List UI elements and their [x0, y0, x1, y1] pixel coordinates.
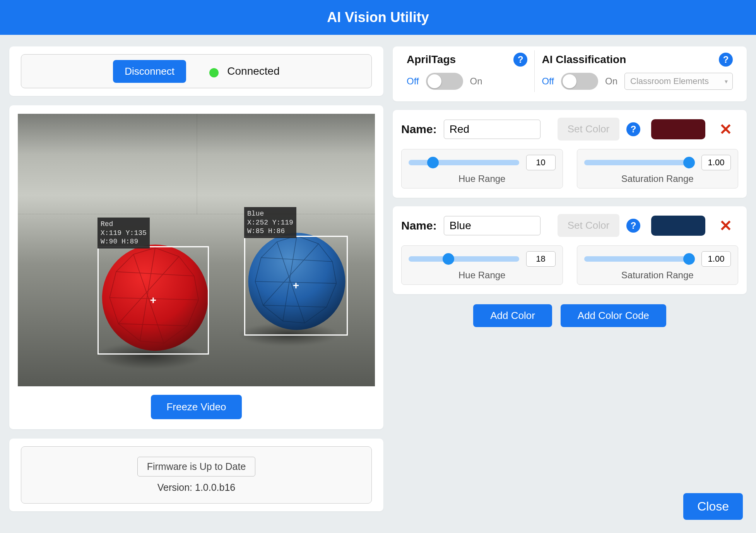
- crosshair-icon: +: [293, 279, 299, 292]
- hue-slider-box: Hue Range: [401, 149, 563, 189]
- set-color-button[interactable]: Set Color: [558, 118, 619, 141]
- saturation-value-input[interactable]: [701, 251, 731, 267]
- help-icon[interactable]: ?: [626, 122, 640, 136]
- help-icon[interactable]: ?: [513, 53, 527, 67]
- connection-status: Connected: [209, 65, 280, 78]
- hue-slider[interactable]: [409, 160, 519, 165]
- name-label: Name:: [401, 123, 437, 136]
- apriltags-on-label: On: [470, 76, 482, 87]
- ai-off-label: Off: [542, 76, 554, 87]
- ai-toggle[interactable]: [561, 73, 598, 90]
- ai-classification-block: AI Classification ? Off On Classroom Ele…: [535, 50, 740, 92]
- ai-model-value: Classroom Elements: [630, 76, 709, 86]
- ai-on-label: On: [605, 76, 617, 87]
- color-swatch[interactable]: [651, 119, 705, 139]
- color-swatch[interactable]: [651, 216, 705, 236]
- firmware-panel: Firmware is Up to Date Version: 1.0.0.b1…: [9, 439, 383, 511]
- hue-value-input[interactable]: [526, 155, 556, 170]
- help-icon[interactable]: ?: [719, 53, 733, 67]
- disconnect-button[interactable]: Disconnect: [113, 60, 186, 83]
- firmware-version: Version: 1.0.0.b16: [157, 482, 236, 493]
- color-card-red: Name: Set Color ? ✕ Hue Range: [393, 110, 747, 198]
- detection-label-red: Red X:119 Y:135 W:90 H:89: [97, 218, 150, 249]
- hue-caption: Hue Range: [409, 173, 556, 184]
- detection-label-blue: Blue X:252 Y:119 W:85 H:86: [244, 207, 296, 238]
- video-feed[interactable]: + Red X:119 Y:135 W:90 H:89 + Blue X:252…: [18, 114, 375, 386]
- saturation-value-input[interactable]: [701, 155, 731, 170]
- add-buttons-row: Add Color Add Color Code: [393, 304, 747, 327]
- add-color-code-button[interactable]: Add Color Code: [561, 304, 666, 327]
- name-label: Name:: [401, 219, 437, 232]
- color-name-input[interactable]: [444, 216, 540, 235]
- saturation-caption: Saturation Range: [584, 173, 731, 184]
- apriltags-title: AprilTags: [407, 53, 456, 66]
- chevron-down-icon: ▾: [725, 78, 728, 85]
- apriltags-block: AprilTags ? Off On: [400, 50, 535, 92]
- close-button[interactable]: Close: [683, 493, 743, 520]
- saturation-caption: Saturation Range: [584, 270, 731, 281]
- apriltags-toggle[interactable]: [426, 73, 463, 90]
- hue-slider-box: Hue Range: [401, 245, 563, 285]
- status-label: Connected: [227, 65, 279, 77]
- firmware-status-button[interactable]: Firmware is Up to Date: [137, 457, 256, 476]
- ai-title: AI Classification: [542, 53, 626, 66]
- apriltags-off-label: Off: [407, 76, 419, 87]
- delete-icon[interactable]: ✕: [719, 120, 732, 138]
- toggles-panel: AprilTags ? Off On AI Classification ? O…: [393, 46, 747, 101]
- set-color-button[interactable]: Set Color: [558, 214, 619, 237]
- ai-model-select[interactable]: Classroom Elements ▾: [624, 73, 733, 90]
- crosshair-icon: +: [150, 294, 156, 307]
- delete-icon[interactable]: ✕: [719, 217, 732, 235]
- app-title: AI Vision Utility: [327, 9, 429, 26]
- color-name-input[interactable]: [444, 120, 540, 139]
- saturation-slider-box: Saturation Range: [577, 149, 739, 189]
- connection-inner: Disconnect Connected: [21, 54, 372, 88]
- hue-slider[interactable]: [409, 256, 519, 262]
- status-dot-icon: [209, 68, 219, 77]
- hue-value-input[interactable]: [526, 251, 556, 267]
- saturation-slider[interactable]: [584, 256, 695, 262]
- saturation-slider-box: Saturation Range: [577, 245, 739, 285]
- video-panel: + Red X:119 Y:135 W:90 H:89 + Blue X:252…: [9, 105, 383, 429]
- freeze-video-button[interactable]: Freeze Video: [151, 395, 241, 419]
- connection-panel: Disconnect Connected: [9, 46, 383, 96]
- add-color-button[interactable]: Add Color: [473, 304, 552, 327]
- color-card-blue: Name: Set Color ? ✕ Hue Range: [393, 206, 747, 294]
- hue-caption: Hue Range: [409, 270, 556, 281]
- title-bar: AI Vision Utility: [0, 0, 756, 35]
- help-icon[interactable]: ?: [626, 219, 640, 233]
- saturation-slider[interactable]: [584, 160, 695, 165]
